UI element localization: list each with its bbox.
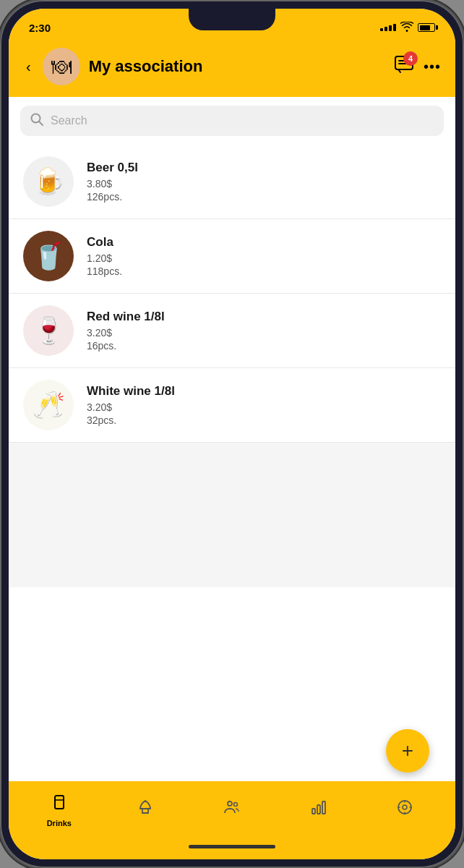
nav-members[interactable] [189,799,275,823]
home-bar [189,845,275,848]
status-icons [380,22,435,34]
svg-rect-14 [317,805,320,814]
item-price: 1.20$ [87,252,441,264]
wifi-icon [400,22,413,34]
svg-point-12 [233,803,237,807]
search-icon [30,113,43,129]
item-image: 🥂 [23,380,74,430]
bottom-nav: Drinks [9,781,455,839]
stats-icon [310,799,327,820]
item-name: White wine 1/8l [87,384,441,399]
avatar: 🍽 [43,48,80,85]
page-title: My association [89,57,386,76]
drinks-label: Drinks [47,819,72,827]
item-image: 🍺 [23,156,74,207]
battery-fill [420,25,430,30]
search-placeholder[interactable]: Search [51,114,87,127]
item-qty: 126pcs. [87,191,441,203]
list-item[interactable]: 🥂White wine 1/8l3.20$32pcs. [9,368,455,443]
svg-rect-5 [55,796,64,809]
item-qty: 32pcs. [87,414,441,426]
svg-line-4 [39,122,43,125]
screen: 2:30 [9,9,455,859]
status-time: 2:30 [29,22,51,34]
svg-point-11 [228,801,232,806]
home-indicator [9,839,455,859]
list-item[interactable]: 🍷Red wine 1/8l3.20$16pcs. [9,294,455,368]
list-item[interactable]: 🍺Beer 0,5l3.80$126pcs. [9,145,455,219]
item-details: Beer 0,5l3.80$126pcs. [87,161,441,203]
drinks-icon [51,794,68,816]
members-icon [223,799,241,820]
more-button[interactable]: ••• [424,59,441,75]
header-actions: 4 ••• [395,56,441,77]
item-price: 3.80$ [87,178,441,190]
fab-container: + [386,729,429,773]
notification-button[interactable]: 4 [395,56,413,77]
back-button[interactable]: ‹ [23,56,34,78]
svg-point-17 [403,805,407,809]
item-name: Red wine 1/8l [87,310,441,324]
item-details: Cola1.20$118pcs. [87,235,441,277]
food-icon [137,799,154,820]
item-qty: 118pcs. [87,265,441,277]
signal-icon [380,24,396,31]
items-list: 🍺Beer 0,5l3.80$126pcs.🥤Cola1.20$118pcs.🍷… [9,145,455,781]
item-image: 🍷 [23,305,74,356]
battery-icon [418,23,435,32]
item-price: 3.20$ [87,327,441,339]
search-box[interactable]: Search [20,106,444,136]
item-details: White wine 1/8l3.20$32pcs. [87,384,441,426]
notification-badge: 4 [403,51,418,66]
phone-shell: 2:30 [0,0,464,868]
list-item[interactable]: 🥤Cola1.20$118pcs. [9,219,455,294]
svg-rect-15 [322,801,325,814]
empty-area [9,443,455,587]
nav-stats[interactable] [275,799,362,823]
svg-rect-13 [312,809,315,814]
settings-icon [396,799,413,820]
add-button[interactable]: + [386,729,429,773]
search-container: Search [9,97,455,145]
item-price: 3.20$ [87,401,441,413]
header: ‹ 🍽 My association 4 [9,41,455,97]
item-name: Beer 0,5l [87,161,441,175]
notch [189,9,275,30]
item-qty: 16pcs. [87,340,441,352]
item-name: Cola [87,235,441,250]
nav-settings[interactable] [361,799,448,823]
nav-food[interactable] [103,799,189,823]
nav-drinks[interactable]: Drinks [16,794,103,827]
item-image: 🥤 [23,231,74,281]
item-details: Red wine 1/8l3.20$16pcs. [87,310,441,352]
